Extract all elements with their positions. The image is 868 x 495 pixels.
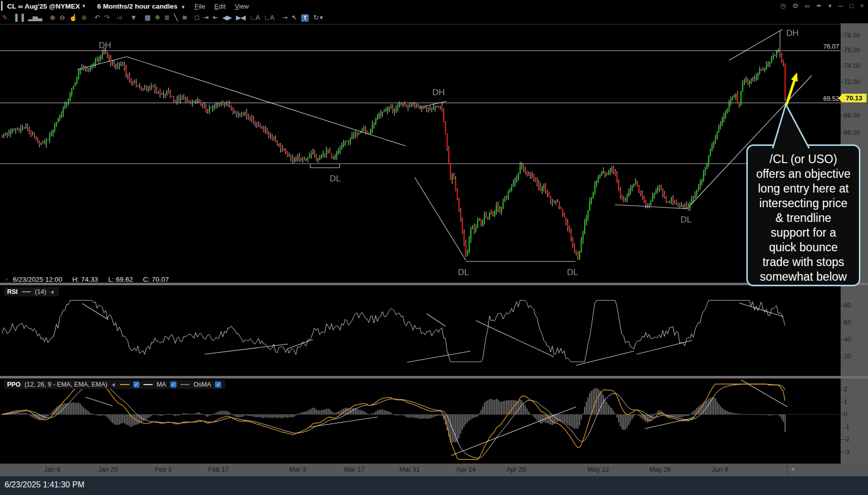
time-label: Apr 28 [498,466,534,473]
info-low: L: 69.62 [108,276,133,283]
lock-scale-icon[interactable]: ∟A [264,13,274,23]
time-label: Jun 9 [702,466,738,473]
time-label: Feb 3 [146,466,181,473]
time-label: Jan 20 [90,466,126,473]
info-close: C: 70.07 [143,276,169,283]
status-bar: 6/23/2025 1:41:30 PM [0,476,868,495]
studies-list-icon[interactable]: ≣ [164,13,169,23]
redo-icon[interactable]: ↷ [104,13,109,23]
titlebar-icons: ◷⚙∞✒▾─□× [780,0,864,12]
minimize-icon[interactable]: ─ [838,0,843,12]
ohlc-info-line: × 6/23/2025 12:00 H: 74.33 L: 69.62 C: 7… [5,276,177,283]
draw-pencil-icon[interactable]: ✎ [2,13,7,23]
text-tool-icon[interactable]: T [301,14,309,22]
grid-settings-icon[interactable]: ▦ [144,13,150,23]
time-label: Mar 3 [280,466,315,473]
alerts-clock-icon[interactable]: ◷ [780,0,786,12]
callout-line: quick bounce [748,240,859,255]
ppo-header: PPO (12, 26, 9 - EMA, EMA, EMA) ➤ ✓ MA ✓… [4,380,225,389]
auto-scale-icon[interactable]: ∟A [249,13,259,23]
callout-line: trade with stops [748,255,859,270]
pin-icon[interactable]: ✒ [816,0,822,12]
osma-line-sample [180,384,190,385]
tool-group: ✎ [2,13,7,23]
time-axis[interactable]: ◄ Jan 6Jan 20Feb 3Feb 17Mar 3Mar 17Mar 3… [0,464,868,476]
maximize-icon[interactable]: □ [850,0,854,12]
tool-group: □⇥⇤◀▶▶◀∟A∟A [195,13,274,23]
last-price-badge: 70.13 [842,94,866,102]
osma-checkbox[interactable]: ✓ [215,382,221,388]
selection-rect-icon[interactable]: □ [195,13,199,23]
rsi-panel[interactable] [0,285,841,376]
close-study-icon[interactable]: × [5,276,8,282]
ppo-axis[interactable] [841,378,868,464]
ppo-line-sample [120,384,129,385]
dropdown-icon[interactable]: ▼ [130,13,136,23]
wrench-icon[interactable]: ⊸ [282,13,287,23]
undo-icon[interactable]: ↶ [94,13,99,23]
osma-label: OsMA [194,381,211,388]
callout-line: support for a [748,225,859,240]
add-study-icon[interactable]: ❉ [155,13,160,23]
tool-group: ▌▐▂▅▃ [15,13,42,23]
close-icon[interactable]: × [860,0,864,12]
tool-group: ⊕⊖☝⊕ [50,13,86,23]
menu-file[interactable]: File [195,3,205,10]
ma-checkbox[interactable]: ✓ [170,382,176,388]
ppo-params: (12, 26, 9 - EMA, EMA, EMA) [24,381,107,388]
shift-right-icon[interactable]: ⇥ [203,13,208,23]
time-label: Feb 17 [201,466,236,473]
refresh-icon[interactable]: ↻ ▾ [313,13,322,23]
link-icon[interactable]: ∞ [805,0,810,12]
time-label: May 26 [642,466,678,473]
rsi-params: (14) [35,288,46,295]
volume-profile-icon[interactable]: ▂▅▃ [28,13,42,23]
settings-gear-icon[interactable]: ⚙ [792,0,799,12]
scroll-left-icon[interactable]: ◄ [790,466,795,472]
ppo-panel[interactable] [0,378,841,464]
trading-app-window: CL ∞ Aug'25 @NYMEX ▼ 6 Months/2 hour can… [0,0,868,495]
pin-dropdown-caret-icon[interactable]: ▾ [828,0,832,12]
price-chart-panel[interactable] [0,23,841,283]
shift-left-icon[interactable]: ⇤ [212,13,218,23]
time-label: Mar 31 [392,466,427,473]
symbol-title[interactable]: CL ∞ Aug'25 @NYMEX [7,3,80,10]
rsi-header: RSI (14) ➤ [4,287,59,296]
rsi-line-sample [22,291,31,292]
annotation-callout: /CL (or USO) offers an objective long en… [746,144,860,286]
callout-line: & trendline [748,211,859,225]
zoom-in-icon[interactable]: ⊕ [50,13,55,23]
pointer-tool-icon[interactable]: ↖ [292,13,297,23]
rsi-pointer-icon[interactable]: ➤ [49,288,57,295]
trendline-tool-icon[interactable]: ╲ [174,13,177,23]
ppo-pointer-icon[interactable]: ➤ [110,380,118,388]
tool-group: ▼ [130,13,136,23]
zoom-out-icon[interactable]: ⊖ [59,13,64,23]
callout-line: long entry here at [748,181,859,196]
multi-trendline-icon[interactable]: ≋ [182,13,187,23]
pan-hand-icon[interactable]: ☝ [69,13,77,23]
rsi-axis[interactable] [841,285,868,376]
tool-group: ▦❉≣╲≋ [144,13,187,23]
rsi-title: RSI [7,288,18,295]
info-datetime: 6/23/2025 12:00 [13,276,62,283]
time-label: May 12 [581,466,616,473]
tool-group: ⊸↖T↻ ▾ [282,13,322,23]
go-forward-icon[interactable]: ⇨ [117,13,122,23]
shrink-spacing-icon[interactable]: ▶◀ [236,13,245,23]
chart-type-icon[interactable]: ▌▐ [15,13,23,23]
callout-line: /CL (or USO) [748,152,859,167]
time-label: Mar 17 [337,466,372,473]
crosshair-icon[interactable]: ⊕ [81,13,86,23]
window-edge-handle[interactable] [1,1,3,11]
timeframe-selector[interactable]: 6 Months/2 hour candles ▼ [97,3,186,10]
ppo-title: PPO [7,381,20,388]
symbol-dropdown-caret-icon[interactable]: ▼ [82,4,86,9]
menu-view[interactable]: View [235,3,249,10]
callout-line: offers an objective [748,167,859,181]
tool-group: ↶↷ [94,13,109,23]
time-label: Apr 14 [448,466,484,473]
menu-edit[interactable]: Edit [214,3,226,10]
expand-spacing-icon[interactable]: ◀▶ [222,13,231,23]
ppo-checkbox[interactable]: ✓ [133,382,139,388]
